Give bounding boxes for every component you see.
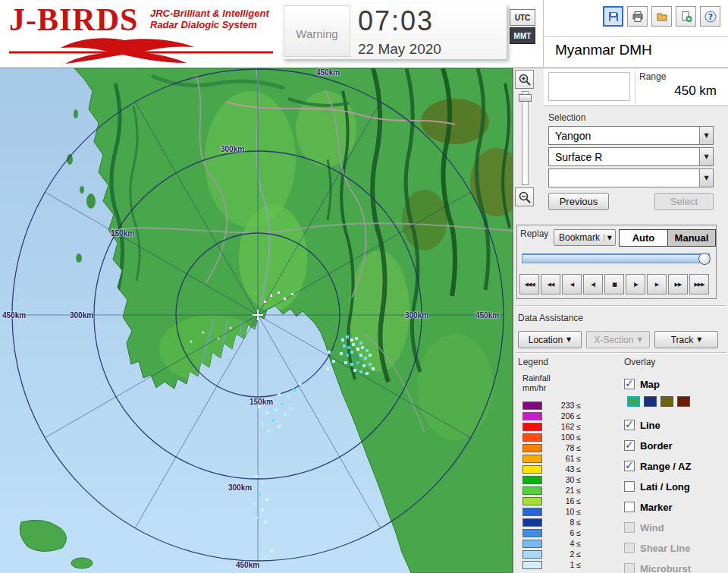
logo-title: J-BIRDS — [9, 2, 138, 38]
chevron-down-icon[interactable]: ▼ — [699, 148, 713, 165]
help-button[interactable]: ? — [700, 6, 720, 27]
play-reverse-button[interactable]: ◀ — [562, 274, 582, 294]
auto-button[interactable]: Auto — [620, 230, 667, 246]
select-button[interactable]: Select — [654, 193, 714, 210]
legend-row: 8 ≤ — [522, 518, 581, 527]
site-dropdown[interactable]: Yangon ▼ — [548, 126, 714, 145]
legend-color-swatch — [522, 444, 542, 452]
legend-row: 2 ≤ — [522, 549, 581, 559]
legend-row: 78 ≤ — [522, 443, 581, 452]
legend-value: 162 ≤ — [546, 422, 581, 431]
legend-row: 21 ≤ — [522, 486, 581, 495]
legend-color-swatch — [522, 550, 542, 559]
overlay-item-map[interactable]: Map — [624, 377, 660, 391]
skip-end-button[interactable]: ▶▶▶ — [689, 274, 709, 294]
previous-button[interactable]: Previous — [548, 193, 609, 210]
export-icon — [680, 11, 692, 23]
border-checkbox[interactable] — [624, 440, 635, 451]
legend-value: 61 ≤ — [546, 454, 581, 463]
range-ring-label: 150km — [111, 229, 134, 238]
range-ring-label: 150km — [249, 398, 273, 406]
x-section-button[interactable]: X-Section ▼ — [586, 331, 650, 348]
utc-button[interactable]: UTC — [510, 9, 535, 26]
overlay-item-range-az[interactable]: Range / AZ — [624, 459, 691, 473]
radar-imagery — [0, 68, 513, 573]
clock: 07:03 22 May 2020 — [358, 5, 502, 58]
legend-value: 8 ≤ — [546, 518, 581, 527]
rewind-button[interactable]: ◀◀ — [541, 274, 560, 294]
overlay-title: Overlay — [624, 357, 655, 367]
legend-row: 43 ≤ — [522, 464, 581, 474]
step-forward-button[interactable]: |▶ — [626, 274, 645, 294]
option-dropdown[interactable]: ▼ — [548, 168, 714, 187]
legend-color-swatch — [522, 518, 542, 527]
overlay-item-border[interactable]: Border — [624, 439, 673, 452]
lati-long-checkbox[interactable] — [624, 481, 635, 492]
zoom-in-icon — [518, 73, 532, 87]
range-panel: Range 450 km — [544, 68, 728, 106]
replay-timeline-slider[interactable] — [522, 253, 710, 263]
step-back-button[interactable]: ◀| — [583, 274, 603, 294]
play-button[interactable]: ▶ — [647, 274, 667, 294]
replay-panel: Replay Bookmark ▼ Auto Manual ◀◀◀ ◀◀ ◀ ◀… — [516, 225, 717, 299]
legend-row: 206 ≤ — [522, 411, 581, 420]
zoom-slider[interactable] — [522, 91, 529, 185]
range-az-checkbox[interactable] — [624, 461, 635, 471]
map-checkbox[interactable] — [624, 379, 635, 389]
print-button[interactable] — [627, 6, 648, 27]
range-ring-label: 450km — [475, 311, 499, 320]
replay-label: Replay — [520, 228, 548, 239]
legend-color-swatch — [522, 486, 542, 495]
map-style-swatch-navy[interactable] — [644, 396, 657, 407]
site-dropdown-value: Yangon — [549, 130, 699, 142]
range-ring-label: 450km — [2, 311, 26, 320]
legend-value: 78 ≤ — [546, 443, 581, 452]
stop-button[interactable]: ■ — [604, 274, 624, 294]
save-button[interactable] — [603, 6, 623, 27]
legend-title: Legend — [518, 357, 548, 367]
legend-value: 4 ≤ — [546, 539, 581, 548]
legend-row: 16 ≤ — [522, 496, 581, 505]
range-ring-label: 300km — [221, 145, 244, 153]
warning-button[interactable]: Warning — [284, 5, 350, 57]
manual-button[interactable]: Manual — [667, 230, 715, 246]
open-folder-button[interactable] — [651, 6, 672, 27]
overlay-item-microburst: Microburst — [624, 562, 691, 573]
legend-unit-line2: mm/hr — [522, 383, 546, 392]
zoom-slider-thumb[interactable] — [519, 94, 532, 102]
map-style-swatch-olive[interactable] — [661, 396, 673, 407]
bookmark-button[interactable]: Bookmark ▼ — [554, 229, 616, 246]
zoom-in-button[interactable] — [515, 70, 534, 89]
map-style-swatch-green[interactable] — [627, 396, 640, 407]
track-button[interactable]: Track ▼ — [654, 331, 718, 348]
map-style-swatch-maroon[interactable] — [677, 396, 690, 407]
mmt-button[interactable]: MMT — [510, 27, 535, 44]
svg-text:?: ? — [708, 12, 712, 22]
warning-label: Warning — [296, 27, 337, 40]
line-checkbox[interactable] — [624, 420, 635, 430]
overlay-item-marker[interactable]: Marker — [624, 500, 673, 514]
fast-forward-button[interactable]: ▶▶ — [668, 274, 688, 294]
chevron-down-icon[interactable]: ▼ — [699, 127, 713, 144]
location-button[interactable]: Location ▼ — [518, 331, 582, 348]
legend-row: 6 ≤ — [522, 528, 581, 537]
legend-color-swatch — [522, 423, 542, 431]
overlay-item-lati-long[interactable]: Lati / Long — [624, 480, 690, 493]
wind-checkbox — [624, 522, 635, 533]
chevron-down-icon[interactable]: ▼ — [699, 169, 713, 187]
marker-checkbox[interactable] — [624, 502, 635, 512]
zoom-out-button[interactable] — [515, 187, 534, 206]
product-dropdown[interactable]: Surface R ▼ — [548, 147, 714, 166]
export-button[interactable] — [676, 6, 696, 27]
legend-value: 206 ≤ — [546, 411, 581, 420]
radar-map-display[interactable]: 450km 300km 150km 450km 300km 300km 450k… — [0, 68, 513, 573]
print-icon — [632, 11, 644, 23]
overlay-item-line[interactable]: Line — [624, 418, 661, 432]
timeline-knob[interactable] — [698, 253, 711, 265]
eagle-logo-icon — [9, 36, 273, 65]
legend-row: 4 ≤ — [522, 539, 581, 548]
skip-start-button[interactable]: ◀◀◀ — [519, 274, 539, 294]
legend-color-swatch — [522, 540, 542, 548]
range-ring-label: 300km — [405, 311, 428, 320]
legend-row: 162 ≤ — [522, 422, 581, 431]
